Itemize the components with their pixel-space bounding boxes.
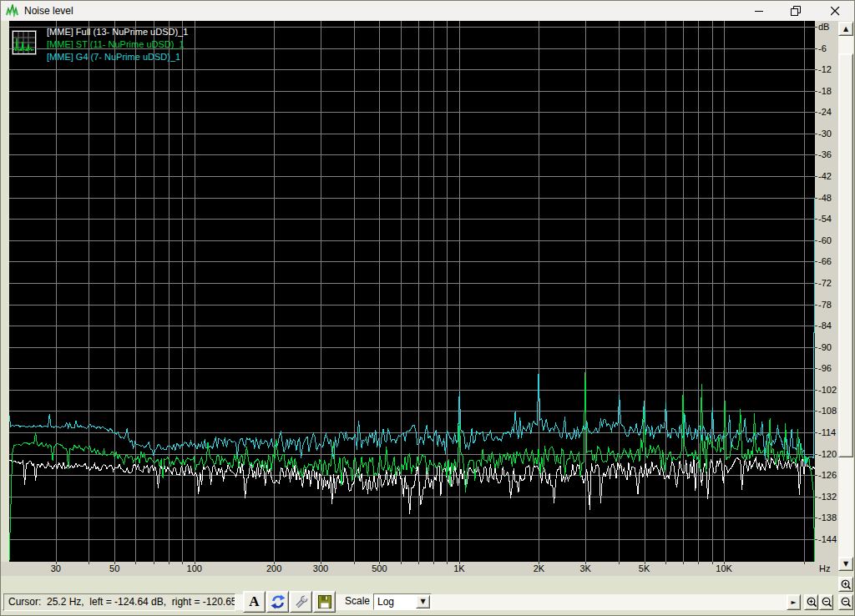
chart-legend: [MME] Full (13- NuPrime uDSD)_1 [MME] ST… xyxy=(47,26,188,63)
axis-tick xyxy=(815,261,817,262)
y-tick-label: -126 xyxy=(818,470,837,480)
scroll-down-button[interactable]: ▼ xyxy=(838,557,853,571)
axis-tick xyxy=(815,154,817,155)
vertical-scrollbar[interactable]: ▲ ▼ xyxy=(838,22,853,571)
axis-tick xyxy=(815,27,817,28)
axis-tick xyxy=(815,368,817,369)
axis-tick xyxy=(815,454,817,455)
y-tick-label: -60 xyxy=(818,235,832,245)
x-tick-label: 500 xyxy=(372,563,387,573)
axis-tick xyxy=(815,390,817,391)
axis-tick xyxy=(815,219,817,220)
maximize-button[interactable] xyxy=(781,1,811,21)
axis-tick xyxy=(815,134,817,134)
minimize-icon xyxy=(755,7,764,16)
zoom-out-horizontal-button[interactable] xyxy=(819,594,833,610)
dropdown-arrow-button[interactable]: ▼ xyxy=(416,595,430,608)
chevron-down-icon: ▼ xyxy=(420,598,425,605)
spectrum-mode-button[interactable] xyxy=(13,31,36,54)
axis-tick xyxy=(815,411,817,412)
axis-tick xyxy=(815,497,817,497)
axis-tick xyxy=(815,283,817,284)
noise-spectrum-plot[interactable]: [MME] Full (13- NuPrime uDSD)_1 [MME] ST… xyxy=(9,21,815,562)
scale-label: Scale xyxy=(345,595,370,607)
y-tick-label: -84 xyxy=(818,321,832,331)
axis-tick xyxy=(712,562,713,564)
zoom-in-vertical-button[interactable] xyxy=(838,577,853,592)
axis-tick xyxy=(447,562,448,564)
axis-tick xyxy=(815,539,817,540)
app-icon xyxy=(6,4,19,18)
y-tick-label: dB xyxy=(818,22,829,32)
close-icon xyxy=(831,7,840,16)
x-tick-label: 10K xyxy=(716,563,732,573)
letter-a-icon: A xyxy=(249,593,259,610)
minimize-button[interactable] xyxy=(744,1,774,21)
window-content: [MME] Full (13- NuPrime uDSD)_1 [MME] ST… xyxy=(1,21,854,615)
axis-tick xyxy=(815,48,817,49)
x-tick-label: 50 xyxy=(109,563,119,573)
noise-spectrum-chart xyxy=(9,21,815,562)
y-tick-label: -24 xyxy=(818,107,832,117)
window-title: Noise level xyxy=(24,1,73,21)
scale-dropdown-value: Log xyxy=(377,596,394,608)
axis-tick xyxy=(815,326,817,326)
scroll-up-button[interactable]: ▲ xyxy=(838,22,853,36)
cursor-readout: Cursor: 25.2 Hz, left = -124.64 dB, righ… xyxy=(3,593,235,611)
y-tick-label: -36 xyxy=(818,149,832,159)
axis-tick xyxy=(815,176,817,177)
scale-dropdown[interactable]: Log ▼ xyxy=(373,593,432,610)
axis-tick xyxy=(665,562,666,564)
hz-unit-label: Hz xyxy=(815,562,838,576)
down-arrow-icon: ▼ xyxy=(843,561,848,568)
db-axis-strip: dB-6-12-18-24-30-36-42-48-54-60-66-72-78… xyxy=(815,21,838,562)
save-button[interactable] xyxy=(313,591,336,613)
scroll-right-button[interactable]: ► xyxy=(787,594,801,610)
axis-tick xyxy=(804,562,805,564)
magnifier-plus-icon xyxy=(840,578,852,590)
y-tick-label: -66 xyxy=(818,256,832,266)
close-button[interactable] xyxy=(820,1,850,21)
x-tick-label: 2K xyxy=(534,563,544,573)
y-tick-label: -42 xyxy=(818,171,832,181)
axis-tick xyxy=(815,69,817,70)
magnifier-minus-icon xyxy=(840,596,852,608)
y-tick-label: -138 xyxy=(818,512,837,523)
x-tick-label: 300 xyxy=(313,563,328,573)
axis-tick xyxy=(619,562,620,564)
y-tick-label: -144 xyxy=(818,534,837,544)
y-tick-label: -102 xyxy=(818,385,837,395)
floppy-disk-icon xyxy=(317,594,332,609)
axis-tick xyxy=(401,562,402,564)
axis-tick xyxy=(815,305,817,305)
x-tick-label: 30 xyxy=(51,563,61,573)
axis-tick xyxy=(89,562,89,564)
zoom-in-horizontal-button[interactable] xyxy=(804,594,818,610)
axis-tick xyxy=(698,562,699,564)
restore-icon xyxy=(791,6,801,16)
font-button[interactable]: A xyxy=(243,591,266,613)
noise-level-window: Noise level xyxy=(0,0,855,616)
x-tick-label: 200 xyxy=(266,563,281,573)
y-tick-label: -90 xyxy=(818,342,832,352)
zoom-out-vertical-button[interactable] xyxy=(838,594,853,610)
right-arrow-icon: ► xyxy=(791,599,796,606)
up-arrow-icon: ▲ xyxy=(843,26,848,33)
legend-item: [MME] Full (13- NuPrime uDSD)_1 xyxy=(47,26,188,38)
x-tick-label: 5K xyxy=(639,563,650,573)
legend-item: [MME] G4 (7- NuPrime uDSD)_1 xyxy=(47,51,188,63)
y-tick-label: -6 xyxy=(818,43,827,53)
settings-button[interactable] xyxy=(290,591,312,613)
magnifier-plus-icon xyxy=(806,596,817,608)
axis-tick xyxy=(815,91,817,92)
refresh-button[interactable] xyxy=(266,591,289,613)
axis-tick xyxy=(815,518,817,518)
y-tick-label: -72 xyxy=(818,278,832,288)
vertical-scroll-thumb[interactable] xyxy=(838,53,853,457)
y-tick-label: -12 xyxy=(818,64,832,74)
axis-tick xyxy=(418,562,419,564)
y-tick-label: -108 xyxy=(818,406,837,416)
x-tick-label: 100 xyxy=(187,563,202,573)
axis-tick xyxy=(154,562,154,564)
x-tick-label: 3K xyxy=(579,563,590,573)
